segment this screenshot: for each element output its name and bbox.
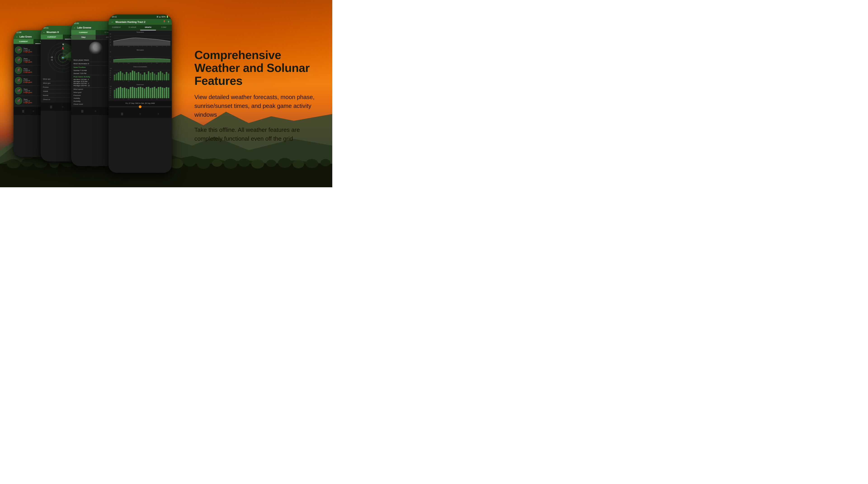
tab-current[interactable]: CURRENT bbox=[13, 39, 33, 44]
svg-rect-94 bbox=[138, 87, 139, 98]
svg-rect-68 bbox=[150, 73, 151, 80]
svg-rect-83 bbox=[116, 88, 117, 98]
date-range-text: Fri, 27 Sep 7AM to Sat, 28 Sep 6AM bbox=[110, 102, 171, 104]
cloud-chart-section: Cloud cover 100 80 60 40 20 0 bbox=[108, 83, 172, 100]
phone-4-title: Mountain Hunting Tract 2 bbox=[116, 21, 161, 23]
wind-gauge-5 bbox=[15, 87, 22, 94]
temp-y-axis: 80 65 50 37 20 bbox=[110, 33, 113, 46]
svg-rect-62 bbox=[138, 72, 139, 80]
svg-rect-82 bbox=[114, 90, 115, 98]
wind-y-axis: 10 5 0 bbox=[110, 51, 113, 62]
charts-container: Temperature 80 65 50 37 20 bbox=[108, 31, 172, 110]
phone-2-tab-current[interactable]: CURRENT bbox=[41, 35, 63, 39]
svg-rect-92 bbox=[134, 88, 135, 98]
svg-rect-63 bbox=[140, 73, 141, 80]
phone-4-screen: 10:11 ⊞ ▲ 82% 🔋 ← Mountain Hunting Tract… bbox=[108, 14, 172, 173]
svg-rect-74 bbox=[162, 73, 163, 80]
phone-2-nav-recent[interactable]: ||| bbox=[49, 104, 53, 109]
phone-4-nav: ||| ○ ‹ bbox=[108, 110, 172, 118]
phone-3-tab-current[interactable]: CURRENT bbox=[71, 30, 96, 35]
tab-5day-4[interactable]: 5 DAY bbox=[156, 25, 172, 30]
cloud-chart-label: Cloud cover bbox=[110, 84, 170, 85]
svg-rect-73 bbox=[160, 71, 161, 80]
back-icon[interactable]: ← bbox=[16, 35, 18, 38]
tab-72hour-4[interactable]: 72 HOUR bbox=[124, 25, 140, 30]
wind-chart-area: 10 5 0 bbox=[110, 51, 170, 62]
svg-rect-53 bbox=[120, 71, 121, 80]
phone-3-nav-home[interactable]: ○ bbox=[93, 109, 98, 113]
svg-rect-104 bbox=[158, 87, 159, 98]
phone-1-time: 12:00 bbox=[16, 31, 22, 33]
svg-rect-77 bbox=[168, 73, 169, 80]
wind-gauge-1 bbox=[15, 47, 22, 54]
svg-rect-88 bbox=[126, 88, 127, 98]
svg-rect-50 bbox=[114, 74, 115, 80]
svg-rect-72 bbox=[158, 72, 159, 80]
svg-rect-89 bbox=[128, 89, 129, 98]
phones-section: 12:00 📷 ⚡ ← Lake Green CURRENT 72 HOU bbox=[13, 4, 185, 183]
help-icon[interactable]: ? bbox=[168, 21, 169, 23]
svg-rect-57 bbox=[128, 73, 129, 80]
wind-svg bbox=[113, 51, 170, 62]
svg-rect-66 bbox=[146, 74, 147, 80]
precip-chart-label: Chance of precipitation bbox=[110, 66, 170, 67]
text-section: Comprehensive Weather and Solunar Featur… bbox=[185, 44, 319, 143]
svg-rect-52 bbox=[118, 72, 119, 80]
slider-thumb[interactable] bbox=[139, 105, 142, 108]
phone-4-nav-home[interactable]: ○ bbox=[138, 112, 143, 116]
svg-marker-38 bbox=[51, 59, 53, 61]
svg-rect-75 bbox=[164, 74, 165, 80]
svg-rect-69 bbox=[152, 72, 153, 80]
map-pin-icon[interactable]: 📍 bbox=[163, 20, 166, 23]
svg-point-39 bbox=[62, 57, 64, 58]
wind-x-axis: 7 9 11 1pm 3 5 7 9 11 1am 3 5 bbox=[110, 62, 170, 64]
phone-4-nav-back[interactable]: ‹ bbox=[156, 112, 160, 116]
tab-graph-4[interactable]: GRAPH bbox=[140, 25, 156, 30]
phone-4-status: 10:11 ⊞ ▲ 82% 🔋 bbox=[108, 14, 172, 19]
phone-4-status-icons: ⊞ ▲ 82% 🔋 bbox=[157, 16, 168, 18]
thu-tab[interactable]: THU bbox=[71, 35, 96, 39]
svg-text:N: N bbox=[62, 43, 64, 46]
svg-rect-90 bbox=[130, 87, 131, 98]
phone-4-nav-recent[interactable]: ||| bbox=[120, 112, 124, 116]
temp-chart-label: Temperature bbox=[110, 31, 170, 33]
phone-3-nav-recent[interactable]: ||| bbox=[80, 109, 85, 113]
svg-rect-60 bbox=[134, 71, 135, 80]
temp-svg bbox=[113, 33, 170, 46]
sub-text: View detailed weather forecasts, moon ph… bbox=[194, 93, 319, 119]
temp-x-axis: 7 9 11 1pm 3 5 7 9 11 1am 3 5 bbox=[110, 46, 170, 47]
nav-home[interactable]: ○ bbox=[31, 109, 36, 113]
svg-rect-59 bbox=[132, 70, 133, 80]
svg-rect-76 bbox=[166, 72, 167, 80]
phone-2-nav-home[interactable]: ○ bbox=[60, 104, 65, 109]
phone-4-back[interactable]: ← bbox=[111, 21, 114, 23]
svg-rect-64 bbox=[142, 74, 143, 80]
phone-4: 10:11 ⊞ ▲ 82% 🔋 ← Mountain Hunting Tract… bbox=[108, 14, 172, 173]
svg-rect-106 bbox=[162, 88, 163, 98]
svg-rect-71 bbox=[156, 74, 157, 80]
svg-rect-84 bbox=[118, 88, 119, 98]
svg-rect-87 bbox=[124, 88, 125, 98]
main-title: Comprehensive Weather and Solunar Featur… bbox=[194, 49, 319, 88]
svg-rect-98 bbox=[146, 87, 147, 98]
tab-current-4[interactable]: CURRENT bbox=[108, 25, 124, 30]
svg-rect-70 bbox=[154, 73, 155, 80]
svg-rect-103 bbox=[156, 88, 157, 98]
svg-rect-51 bbox=[116, 73, 117, 80]
svg-rect-96 bbox=[142, 88, 143, 98]
svg-rect-91 bbox=[132, 87, 133, 98]
cloud-x-axis: 7 9 11 1pm 3 5 7 9 11 1am 3 5 bbox=[110, 98, 170, 99]
phone-3-back[interactable]: ← bbox=[73, 27, 76, 29]
cloud-svg bbox=[113, 86, 170, 98]
nav-recent[interactable]: ||| bbox=[21, 109, 26, 113]
svg-rect-107 bbox=[164, 88, 165, 98]
phone-2-time: 10:11 bbox=[43, 27, 49, 29]
phone-2-back[interactable]: ← bbox=[43, 31, 45, 33]
phone-3-time: 12:01 bbox=[74, 22, 79, 24]
svg-rect-54 bbox=[122, 73, 123, 80]
svg-rect-105 bbox=[160, 87, 161, 98]
phone-4-tabs: CURRENT 72 HOUR GRAPH 5 DAY bbox=[108, 25, 172, 31]
timeline-slider[interactable] bbox=[110, 105, 171, 108]
phone-4-time: 10:11 bbox=[112, 16, 117, 18]
cloud-y-axis: 100 80 60 40 20 0 bbox=[110, 86, 113, 98]
